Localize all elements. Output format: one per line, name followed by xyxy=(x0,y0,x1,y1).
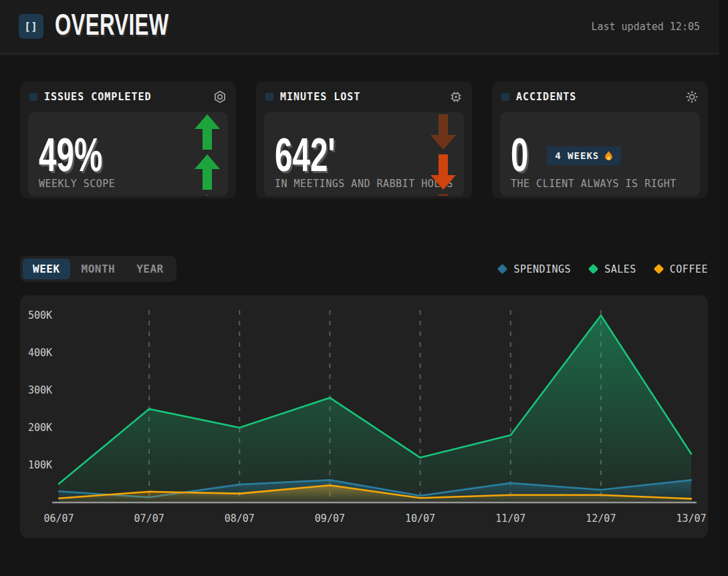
bullet-square-icon xyxy=(501,93,509,101)
stat-subtitle: THE CLIENT ALWAYS IS RIGHT xyxy=(511,178,677,190)
card-title: ACCIDENTS xyxy=(516,91,576,103)
legend-item-sales[interactable]: SALES xyxy=(590,263,636,275)
flame-icon xyxy=(604,150,613,161)
stat-cards-row: ISSUES COMPLETED 49% WEEKLY SCOPE MINUTE… xyxy=(20,82,708,198)
svg-text:300K: 300K xyxy=(28,384,52,396)
card-accidents: ACCIDENTS 0 4 WEEKS xyxy=(492,82,708,198)
chart-canvas: 100K200K300K400K500K06/0707/0708/0709/07… xyxy=(20,295,708,538)
period-tabs: WEEK MONTH YEAR xyxy=(20,256,176,282)
sun-gear-icon[interactable] xyxy=(685,90,699,104)
card-header: MINUTES LOST xyxy=(264,90,464,104)
bullet-square-icon xyxy=(265,93,273,101)
hexagon-gear-icon[interactable] xyxy=(213,90,227,104)
value-row: 0 4 WEEKS xyxy=(511,142,621,174)
header: [] OVERVIEW Last updated 12:05 xyxy=(0,0,728,55)
streak-badge-label: 4 WEEKS xyxy=(555,150,599,161)
stat-value: 642' xyxy=(275,136,336,174)
stat-subtitle: IN MEETINGS AND RABBIT HOLES xyxy=(275,178,453,190)
svg-text:13/07: 13/07 xyxy=(676,513,706,525)
chip-gear-icon[interactable] xyxy=(449,90,463,104)
scrollbar-track[interactable] xyxy=(719,0,728,576)
svg-text:400K: 400K xyxy=(28,347,52,359)
svg-text:11/07: 11/07 xyxy=(495,513,525,525)
svg-text:06/07: 06/07 xyxy=(43,513,74,525)
card-body: 642' IN MEETINGS AND RABBIT HOLES xyxy=(264,112,464,196)
card-header: ISSUES COMPLETED xyxy=(28,90,228,104)
svg-text:100K: 100K xyxy=(28,459,52,471)
bullet-square-icon xyxy=(29,93,37,101)
svg-text:07/07: 07/07 xyxy=(134,513,164,525)
tab-week[interactable]: WEEK xyxy=(23,259,70,279)
svg-text:500K: 500K xyxy=(28,309,52,321)
trend-up-arrows-icon xyxy=(195,114,220,196)
tab-year[interactable]: YEAR xyxy=(126,259,174,279)
legend-label: SPENDINGS xyxy=(513,263,571,275)
svg-text:12/07: 12/07 xyxy=(586,513,616,525)
card-title: MINUTES LOST xyxy=(280,91,360,103)
legend-label: SALES xyxy=(604,263,636,275)
app-logo[interactable]: [] xyxy=(19,14,43,39)
streak-badge: 4 WEEKS xyxy=(547,146,621,165)
diamond-icon xyxy=(654,264,664,275)
tab-month[interactable]: MONTH xyxy=(72,259,126,279)
card-minutes-lost: MINUTES LOST 642' IN MEETINGS AND RABBIT… xyxy=(256,82,472,198)
legend-label: COFFEE xyxy=(670,263,708,275)
legend-item-coffee[interactable]: COFFEE xyxy=(655,263,708,275)
card-title: ISSUES COMPLETED xyxy=(44,91,152,103)
logo-glyph: [] xyxy=(24,21,37,33)
svg-text:09/07: 09/07 xyxy=(315,513,345,525)
stat-value: 49% xyxy=(39,136,102,174)
area-chart: 100K200K300K400K500K06/0707/0708/0709/07… xyxy=(20,295,708,538)
diamond-icon xyxy=(497,264,508,275)
card-body: 0 4 WEEKS THE CLIENT ALWAYS IS RIGHT xyxy=(500,112,700,196)
card-body: 49% WEEKLY SCOPE xyxy=(28,112,228,196)
diamond-icon xyxy=(588,264,599,275)
chart-controls-row: WEEK MONTH YEAR SPENDINGS SALES COFFEE xyxy=(20,256,708,282)
stat-value: 0 xyxy=(511,136,528,174)
main-content: ISSUES COMPLETED 49% WEEKLY SCOPE MINUTE… xyxy=(0,55,728,538)
page-title: OVERVIEW xyxy=(55,11,168,40)
svg-text:08/07: 08/07 xyxy=(225,513,255,525)
stat-subtitle: WEEKLY SCOPE xyxy=(39,178,115,190)
card-issues-completed: ISSUES COMPLETED 49% WEEKLY SCOPE xyxy=(20,82,236,198)
last-updated-text: Last updated 12:05 xyxy=(591,21,700,33)
trend-down-arrows-icon xyxy=(431,114,456,196)
svg-text:10/07: 10/07 xyxy=(405,513,435,525)
svg-text:200K: 200K xyxy=(28,422,52,434)
card-header: ACCIDENTS xyxy=(500,90,700,104)
legend-item-spendings[interactable]: SPENDINGS xyxy=(499,263,571,275)
chart-legend: SPENDINGS SALES COFFEE xyxy=(499,263,708,275)
